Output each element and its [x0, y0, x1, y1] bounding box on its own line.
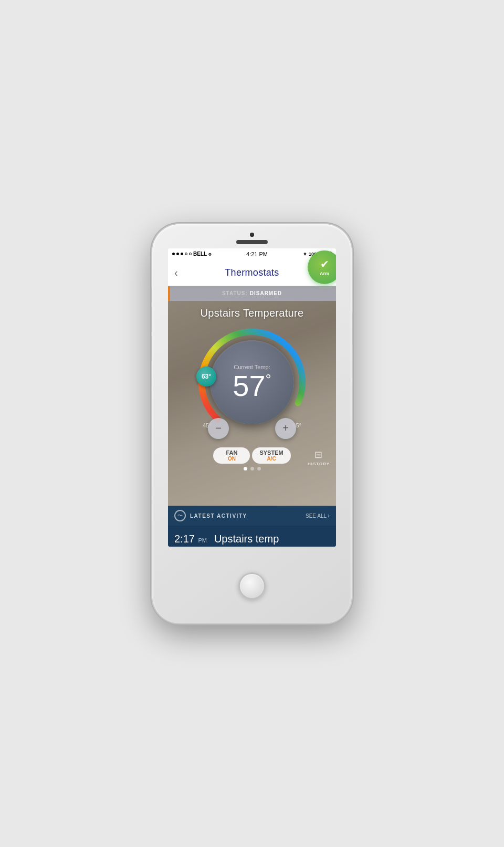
home-button-area: [238, 547, 266, 623]
phone-top: [152, 224, 352, 244]
thermostat-content: Upstairs Temperature: [168, 301, 336, 506]
nav-bar: ‹ Thermostats ✔ Arm: [168, 260, 336, 286]
home-button[interactable]: [238, 572, 266, 600]
system-value: A/C: [267, 456, 276, 462]
temp-controls: − +: [194, 418, 310, 439]
degree-symbol: °: [266, 371, 271, 388]
status-strip: STATUS: DISARMED: [168, 286, 336, 301]
increase-temp-button[interactable]: +: [275, 418, 296, 439]
wifi-icon: ⌾: [208, 252, 211, 257]
status-bar-left: BELL ⌾: [172, 251, 211, 257]
signal-dot-4: [185, 253, 187, 255]
status-bar-time: 4:21 PM: [246, 251, 268, 257]
set-temp-badge: 63°: [196, 367, 216, 386]
activity-item: 2:17 PM DEC 12 2014 Upstairs temp change…: [168, 526, 336, 547]
phone-screen: BELL ⌾ 4:21 PM ✦ 100% ‹ Thermostats ✔ Ar…: [168, 248, 336, 547]
front-camera: [250, 233, 254, 237]
activity-time-display: 2:17 PM: [174, 533, 207, 545]
arm-button-label: Arm: [320, 271, 329, 276]
fan-mode-button[interactable]: FAN ON: [213, 447, 250, 464]
page-dot-1[interactable]: [244, 467, 247, 470]
system-label: SYSTEM: [259, 449, 283, 456]
signal-dot-5: [189, 253, 192, 255]
see-all-label: SEE ALL: [306, 513, 327, 519]
set-temp-value: 63°: [202, 373, 211, 380]
system-mode-button[interactable]: SYSTEM A/C: [252, 447, 290, 464]
history-label: HISTORY: [308, 462, 330, 466]
phone-frame: BELL ⌾ 4:21 PM ✦ 100% ‹ Thermostats ✔ Ar…: [152, 224, 352, 623]
page-dot-2[interactable]: [250, 467, 254, 470]
fan-value: ON: [228, 456, 236, 462]
activity-event-desc: changed to 73°: [214, 546, 279, 547]
activity-icon: 〜: [174, 510, 186, 521]
power-button[interactable]: [352, 313, 354, 345]
signal-dot-2: [176, 253, 179, 255]
temperature-dial: Current Temp: 57 ° 63° 45° 95°: [194, 325, 310, 440]
fan-label: FAN: [226, 449, 237, 456]
room-name: Upstairs Temperature: [201, 307, 304, 319]
chevron-right-icon: ›: [328, 512, 330, 519]
arm-button[interactable]: ✔ Arm: [308, 250, 336, 284]
shield-check-icon: ✔: [320, 258, 329, 270]
activity-header-left: 〜 LATEST ACTIVITY: [174, 510, 247, 521]
mute-button[interactable]: [150, 287, 152, 302]
volume-up-button[interactable]: [150, 307, 152, 331]
mode-buttons: FAN ON SYSTEM A/C: [213, 447, 290, 464]
activity-date: DEC 12 2014: [174, 546, 207, 547]
activity-hour: 2:17: [174, 533, 195, 545]
page-dot-3[interactable]: [257, 467, 261, 470]
current-temp-display: 57 °: [233, 371, 271, 401]
signal-dot-3: [181, 253, 183, 255]
status-value: DISARMED: [250, 290, 282, 296]
thermostat-ui: Upstairs Temperature: [168, 301, 336, 470]
history-icon: ⊟: [314, 449, 322, 461]
current-temp-value: 57: [233, 371, 265, 401]
status-prefix: STATUS:: [222, 290, 248, 296]
activity-ampm: PM: [198, 537, 207, 543]
history-button[interactable]: ⊟ HISTORY: [308, 449, 330, 466]
activity-event-title: Upstairs temp: [214, 533, 279, 545]
carrier-label: BELL: [193, 251, 207, 257]
back-button[interactable]: ‹: [174, 267, 178, 279]
decrease-temp-button[interactable]: −: [208, 418, 229, 439]
page-title: Thermostats: [225, 267, 279, 278]
activity-header: 〜 LATEST ACTIVITY SEE ALL ›: [168, 506, 336, 526]
activity-section: 〜 LATEST ACTIVITY SEE ALL › 2:17 PM DEC …: [168, 506, 336, 547]
activity-description: Upstairs temp changed to 73°: [214, 533, 279, 547]
see-all-button[interactable]: SEE ALL ›: [306, 512, 330, 519]
earpiece-speaker: [236, 240, 268, 244]
bluetooth-icon: ✦: [303, 252, 307, 257]
signal-dot-1: [172, 253, 175, 255]
dial-inner: Current Temp: 57 °: [210, 340, 294, 424]
volume-down-button[interactable]: [150, 337, 152, 361]
page-dots: [244, 467, 261, 470]
activity-time: 2:17 PM DEC 12 2014: [174, 533, 207, 547]
activity-header-title: LATEST ACTIVITY: [190, 513, 247, 519]
